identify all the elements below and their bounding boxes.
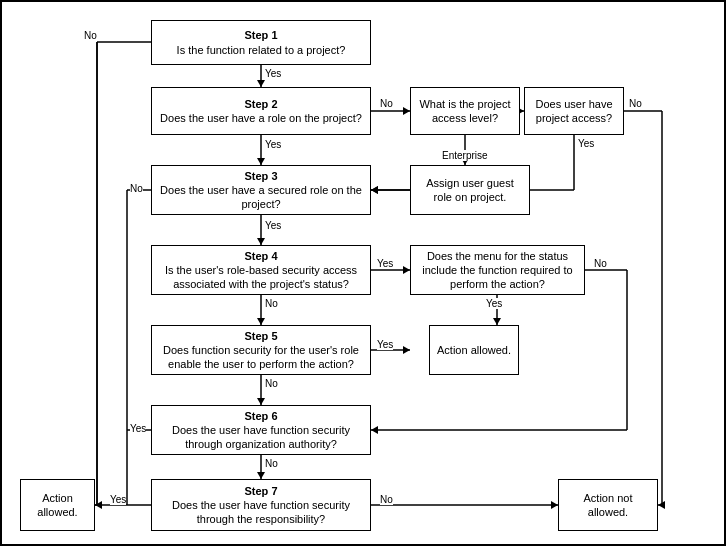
svg-marker-29 [257,318,265,325]
svg-marker-18 [371,186,378,194]
label-step5-yes: Yes [377,339,393,350]
step3-label: Step 3 [244,169,277,183]
secured-text: Does user have project access? [530,97,618,126]
step4-text: Is the user's role-based security access… [157,263,365,292]
label-menu-no: No [594,258,607,269]
svg-marker-5 [403,107,410,115]
step5-text: Does function security for the user's ro… [157,343,365,372]
secured-box: Does user have project access? [524,87,624,135]
label-step2-yes: Yes [265,139,281,150]
step1-box: Step 1 Is the function related to a proj… [151,20,371,65]
action-allowed-bottom-text: Action allowed. [26,491,89,520]
label-secured-yes: Yes [578,138,594,149]
step2-label: Step 2 [244,97,277,111]
step2-box: Step 2 Does the user have a role on the … [151,87,371,135]
svg-marker-49 [551,501,558,509]
step6-box: Step 6 Does the user have function secur… [151,405,371,455]
label-enterprise: Enterprise [442,150,488,161]
step1-label: Step 1 [244,28,277,42]
step7-label: Step 7 [244,484,277,498]
step2-text: Does the user have a role on the project… [160,111,362,125]
svg-marker-40 [257,398,265,405]
access-level-text: What is the project access level? [416,97,514,126]
svg-marker-35 [371,426,378,434]
label-step6-yes: Yes [130,423,146,434]
svg-marker-11 [658,501,665,509]
svg-marker-47 [95,501,102,509]
svg-marker-37 [403,346,410,354]
label-step3-no: No [130,183,143,194]
svg-marker-31 [493,318,501,325]
label-step4-no: No [265,298,278,309]
step5-label: Step 5 [244,329,277,343]
label-step5-no: No [265,378,278,389]
label-step1-yes: Yes [265,68,281,79]
assign-guest-box: Assign user guest role on project. [410,165,530,215]
label-step7-yes: Yes [110,494,126,505]
svg-marker-20 [257,158,265,165]
svg-marker-24 [257,238,265,245]
label-step7-no: No [380,494,393,505]
access-level-box: What is the project access level? [410,87,520,135]
label-step3-yes: Yes [265,220,281,231]
label-secured-no: No [629,98,642,109]
action-not-allowed-text: Action not allowed. [564,491,652,520]
menu-status-text: Does the menu for the status include the… [416,249,579,292]
step6-label: Step 6 [244,409,277,423]
step3-box: Step 3 Does the user have a secured role… [151,165,371,215]
step6-text: Does the user have function security thr… [157,423,365,452]
flowchart-container: Step 1 Is the function related to a proj… [0,0,726,546]
action-allowed-bottom-box: Action allowed. [20,479,95,531]
action-not-allowed-box: Action not allowed. [558,479,658,531]
menu-status-box: Does the menu for the status include the… [410,245,585,295]
action-allowed-mid-box: Action allowed. [429,325,519,375]
step5-box: Step 5 Does function security for the us… [151,325,371,375]
svg-marker-3 [257,80,265,87]
step4-box: Step 4 Is the user's role-based security… [151,245,371,295]
step1-text: Is the function related to a project? [177,43,346,57]
step7-text: Does the user have function security thr… [157,498,365,527]
svg-marker-26 [403,266,410,274]
assign-guest-text: Assign user guest role on project. [416,176,524,205]
svg-marker-14 [371,186,378,194]
svg-marker-45 [257,472,265,479]
step4-label: Step 4 [244,249,277,263]
label-step4-yes: Yes [377,258,393,269]
label-step2-no: No [380,98,393,109]
label-step6-no: No [265,458,278,469]
label-menu-yes: Yes [486,298,502,309]
step3-text: Does the user have a secured role on the… [157,183,365,212]
step7-box: Step 7 Does the user have function secur… [151,479,371,531]
action-allowed-mid-text: Action allowed. [437,343,511,357]
label-step1-no: No [84,30,97,41]
